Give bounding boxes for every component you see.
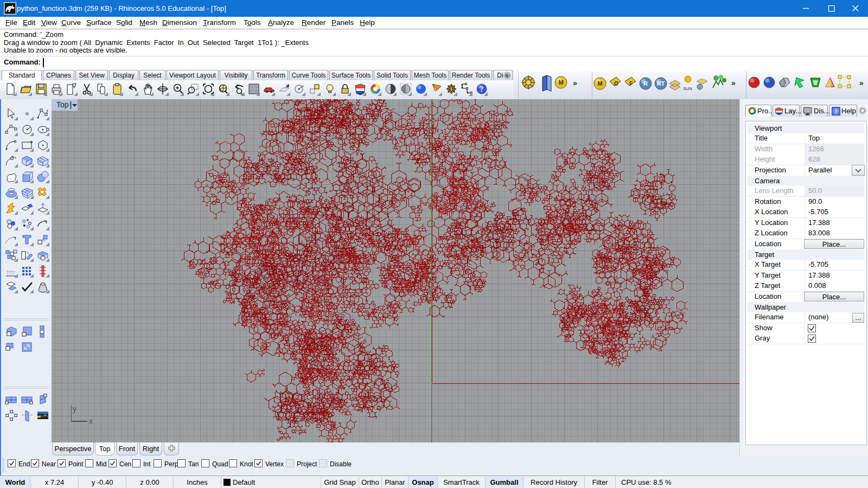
svg-text:F: F: [629, 81, 633, 87]
svg-text:M: M: [558, 79, 563, 86]
svg-text:R: R: [643, 80, 648, 87]
svg-text:SUN: SUN: [683, 86, 692, 91]
svg-text:»: »: [859, 79, 864, 87]
svg-text:RT: RT: [657, 80, 665, 87]
svg-text:y: y: [73, 404, 76, 413]
svg-text:»: »: [573, 79, 577, 87]
svg-text:O: O: [614, 81, 618, 87]
svg-text:?: ?: [834, 108, 838, 114]
svg-text:M: M: [597, 80, 602, 87]
svg-text:?: ?: [480, 85, 484, 93]
svg-text:»: »: [731, 79, 736, 87]
svg-text:x: x: [89, 417, 93, 426]
